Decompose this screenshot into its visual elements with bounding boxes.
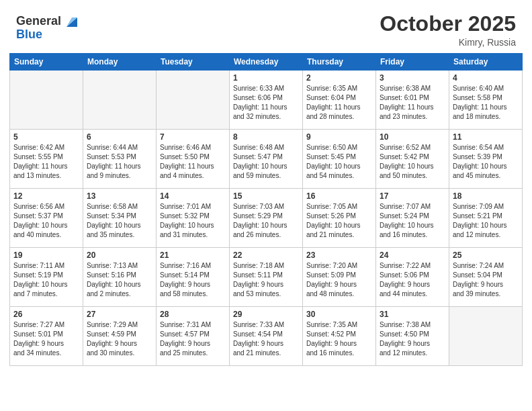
day-info: Sunrise: 7:29 AMSunset: 4:59 PMDaylight:… xyxy=(87,320,152,358)
day-number: 31 xyxy=(380,310,445,319)
day-number: 6 xyxy=(87,132,152,142)
day-number: 18 xyxy=(453,191,519,201)
calendar-cell: 2Sunrise: 6:35 AMSunset: 6:04 PMDaylight… xyxy=(303,71,376,130)
calendar-cell: 25Sunrise: 7:24 AMSunset: 5:04 PMDayligh… xyxy=(449,248,523,307)
day-number: 16 xyxy=(306,191,372,201)
calendar-header-tuesday: Tuesday xyxy=(157,54,230,71)
day-info: Sunrise: 7:11 AMSunset: 5:19 PMDaylight:… xyxy=(13,261,79,299)
day-number: 29 xyxy=(233,310,299,319)
day-info: Sunrise: 6:56 AMSunset: 5:37 PMDaylight:… xyxy=(13,202,79,240)
day-number: 10 xyxy=(380,132,445,142)
day-info: Sunrise: 7:22 AMSunset: 5:06 PMDaylight:… xyxy=(380,261,445,299)
day-number: 24 xyxy=(380,250,445,260)
day-info: Sunrise: 7:01 AMSunset: 5:32 PMDaylight:… xyxy=(160,202,226,240)
day-number: 4 xyxy=(453,73,519,83)
day-info: Sunrise: 6:58 AMSunset: 5:34 PMDaylight:… xyxy=(87,202,152,240)
calendar-week-3: 12Sunrise: 6:56 AMSunset: 5:37 PMDayligh… xyxy=(10,189,523,248)
day-info: Sunrise: 7:27 AMSunset: 5:01 PMDaylight:… xyxy=(13,320,79,358)
day-info: Sunrise: 7:33 AMSunset: 4:54 PMDaylight:… xyxy=(233,320,299,358)
calendar-cell: 4Sunrise: 6:40 AMSunset: 5:58 PMDaylight… xyxy=(449,71,523,130)
calendar-table: SundayMondayTuesdayWednesdayThursdayFrid… xyxy=(9,53,523,366)
day-info: Sunrise: 7:18 AMSunset: 5:11 PMDaylight:… xyxy=(233,261,299,299)
calendar-cell: 18Sunrise: 7:09 AMSunset: 5:21 PMDayligh… xyxy=(449,189,523,248)
day-info: Sunrise: 6:44 AMSunset: 5:53 PMDaylight:… xyxy=(87,143,152,181)
day-info: Sunrise: 6:54 AMSunset: 5:39 PMDaylight:… xyxy=(453,143,519,181)
calendar-cell: 1Sunrise: 6:33 AMSunset: 6:06 PMDaylight… xyxy=(230,71,303,130)
day-info: Sunrise: 6:35 AMSunset: 6:04 PMDaylight:… xyxy=(306,84,372,122)
day-number: 13 xyxy=(87,191,152,201)
calendar-cell: 9Sunrise: 6:50 AMSunset: 5:45 PMDaylight… xyxy=(303,130,376,189)
day-info: Sunrise: 7:24 AMSunset: 5:04 PMDaylight:… xyxy=(453,261,519,299)
calendar-cell: 7Sunrise: 6:46 AMSunset: 5:50 PMDaylight… xyxy=(157,130,230,189)
calendar-cell: 20Sunrise: 7:13 AMSunset: 5:16 PMDayligh… xyxy=(83,248,157,307)
logo-general: General xyxy=(16,15,61,28)
calendar-cell: 11Sunrise: 6:54 AMSunset: 5:39 PMDayligh… xyxy=(449,130,523,189)
calendar-cell: 28Sunrise: 7:31 AMSunset: 4:57 PMDayligh… xyxy=(157,307,230,366)
calendar-cell: 16Sunrise: 7:05 AMSunset: 5:26 PMDayligh… xyxy=(303,189,376,248)
calendar-cell: 12Sunrise: 6:56 AMSunset: 5:37 PMDayligh… xyxy=(10,189,83,248)
calendar-cell: 27Sunrise: 7:29 AMSunset: 4:59 PMDayligh… xyxy=(83,307,157,366)
calendar-cell xyxy=(449,307,523,366)
day-number: 3 xyxy=(380,73,445,83)
day-info: Sunrise: 7:20 AMSunset: 5:09 PMDaylight:… xyxy=(306,261,372,299)
calendar-week-4: 19Sunrise: 7:11 AMSunset: 5:19 PMDayligh… xyxy=(10,248,523,307)
header: General Blue October 2025 Kimry, Russia xyxy=(0,0,532,53)
day-number: 22 xyxy=(233,250,299,260)
day-info: Sunrise: 7:31 AMSunset: 4:57 PMDaylight:… xyxy=(160,320,226,358)
day-info: Sunrise: 7:09 AMSunset: 5:21 PMDaylight:… xyxy=(453,202,519,240)
day-info: Sunrise: 6:48 AMSunset: 5:47 PMDaylight:… xyxy=(233,143,299,181)
day-number: 15 xyxy=(233,191,299,201)
month-title: October 2025 xyxy=(380,12,516,36)
calendar-cell: 15Sunrise: 7:03 AMSunset: 5:29 PMDayligh… xyxy=(230,189,303,248)
day-number: 8 xyxy=(233,132,299,142)
day-number: 9 xyxy=(306,132,372,142)
day-info: Sunrise: 7:38 AMSunset: 4:50 PMDaylight:… xyxy=(380,320,445,358)
day-info: Sunrise: 6:42 AMSunset: 5:55 PMDaylight:… xyxy=(13,143,79,181)
calendar-week-5: 26Sunrise: 7:27 AMSunset: 5:01 PMDayligh… xyxy=(10,307,523,366)
day-info: Sunrise: 7:07 AMSunset: 5:24 PMDaylight:… xyxy=(380,202,445,240)
title-block: October 2025 Kimry, Russia xyxy=(380,12,516,48)
day-number: 28 xyxy=(160,310,226,319)
day-number: 19 xyxy=(13,250,79,260)
day-number: 20 xyxy=(87,250,152,260)
calendar-cell: 6Sunrise: 6:44 AMSunset: 5:53 PMDaylight… xyxy=(83,130,157,189)
day-info: Sunrise: 6:52 AMSunset: 5:42 PMDaylight:… xyxy=(380,143,445,181)
day-info: Sunrise: 6:38 AMSunset: 6:01 PMDaylight:… xyxy=(380,84,445,122)
day-number: 1 xyxy=(233,73,299,83)
calendar-cell: 19Sunrise: 7:11 AMSunset: 5:19 PMDayligh… xyxy=(10,248,83,307)
calendar-cell: 10Sunrise: 6:52 AMSunset: 5:42 PMDayligh… xyxy=(376,130,449,189)
day-number: 17 xyxy=(380,191,445,201)
location: Kimry, Russia xyxy=(380,37,516,48)
day-info: Sunrise: 6:33 AMSunset: 6:06 PMDaylight:… xyxy=(233,84,299,122)
day-number: 23 xyxy=(306,250,372,260)
day-number: 25 xyxy=(453,250,519,260)
day-info: Sunrise: 7:13 AMSunset: 5:16 PMDaylight:… xyxy=(87,261,152,299)
day-info: Sunrise: 7:16 AMSunset: 5:14 PMDaylight:… xyxy=(160,261,226,299)
day-number: 5 xyxy=(13,132,79,142)
calendar-cell: 29Sunrise: 7:33 AMSunset: 4:54 PMDayligh… xyxy=(230,307,303,366)
logo-blue: Blue xyxy=(16,28,42,42)
day-number: 14 xyxy=(160,191,226,201)
day-number: 21 xyxy=(160,250,226,260)
calendar-cell: 26Sunrise: 7:27 AMSunset: 5:01 PMDayligh… xyxy=(10,307,83,366)
calendar-header-friday: Friday xyxy=(376,54,449,71)
day-number: 2 xyxy=(306,73,372,83)
calendar-cell xyxy=(83,71,157,130)
day-number: 27 xyxy=(87,310,152,319)
calendar-cell: 17Sunrise: 7:07 AMSunset: 5:24 PMDayligh… xyxy=(376,189,449,248)
logo-icon xyxy=(62,12,81,31)
day-info: Sunrise: 6:50 AMSunset: 5:45 PMDaylight:… xyxy=(306,143,372,181)
calendar-header-wednesday: Wednesday xyxy=(230,54,303,71)
day-info: Sunrise: 6:40 AMSunset: 5:58 PMDaylight:… xyxy=(453,84,519,122)
day-number: 7 xyxy=(160,132,226,142)
calendar-cell: 13Sunrise: 6:58 AMSunset: 5:34 PMDayligh… xyxy=(83,189,157,248)
calendar-header-row: SundayMondayTuesdayWednesdayThursdayFrid… xyxy=(10,54,523,71)
calendar-cell: 21Sunrise: 7:16 AMSunset: 5:14 PMDayligh… xyxy=(157,248,230,307)
calendar-cell: 24Sunrise: 7:22 AMSunset: 5:06 PMDayligh… xyxy=(376,248,449,307)
calendar-week-2: 5Sunrise: 6:42 AMSunset: 5:55 PMDaylight… xyxy=(10,130,523,189)
calendar-cell: 3Sunrise: 6:38 AMSunset: 6:01 PMDaylight… xyxy=(376,71,449,130)
day-number: 26 xyxy=(13,310,79,319)
calendar-cell: 5Sunrise: 6:42 AMSunset: 5:55 PMDaylight… xyxy=(10,130,83,189)
calendar-header-sunday: Sunday xyxy=(10,54,83,71)
calendar-wrap: SundayMondayTuesdayWednesdayThursdayFrid… xyxy=(0,53,532,375)
